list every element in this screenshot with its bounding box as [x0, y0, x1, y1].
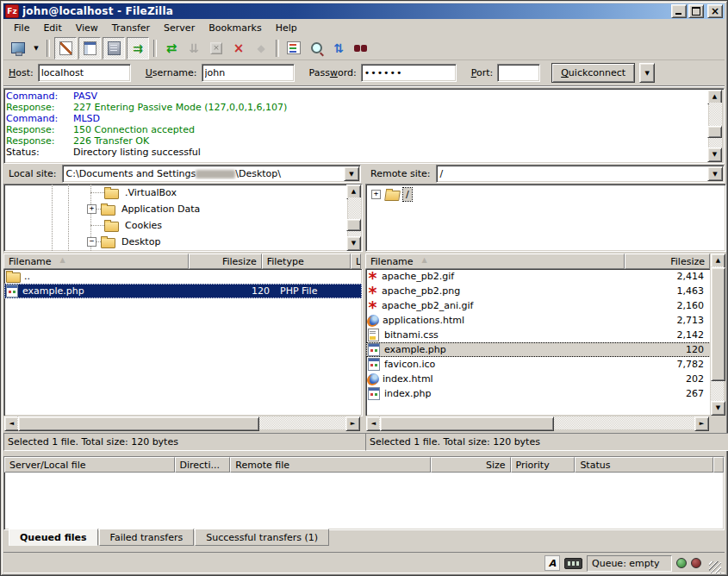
- abort-button[interactable]: ◆: [251, 38, 271, 59]
- transfer-type-ascii-icon[interactable]: A: [544, 555, 560, 571]
- log-line: Response:150 Connection accepted: [6, 124, 706, 135]
- window-title: john@localhost - FileZilla: [22, 5, 669, 17]
- sync-arrows-icon: ⇅: [333, 41, 344, 55]
- toggle-message-log-button[interactable]: [54, 37, 77, 59]
- menu-view[interactable]: View: [69, 21, 105, 36]
- local-site-combobox[interactable]: C:\Documents and Settings\Desktop\ ▼: [62, 165, 361, 183]
- toggle-remote-tree-button[interactable]: [103, 37, 125, 59]
- tree-expander-plus[interactable]: +: [371, 190, 381, 199]
- process-queue-button[interactable]: ⇊: [184, 38, 204, 59]
- menu-server[interactable]: Server: [157, 21, 202, 36]
- quickconnect-dropdown[interactable]: ▼: [639, 63, 655, 83]
- file-row[interactable]: applications.html 2,713: [366, 313, 711, 328]
- directory-filters-button[interactable]: [283, 38, 304, 59]
- file-row[interactable]: apache_pb2_ani.gif 2,160: [366, 298, 711, 313]
- local-path: C:\Documents and Settings\Desktop\: [63, 168, 344, 179]
- tab-queued-files[interactable]: Queued files: [9, 529, 98, 546]
- menu-transfer[interactable]: Transfer: [105, 21, 157, 36]
- tab-successful-transfers[interactable]: Successful transfers (1): [195, 529, 329, 546]
- column-header-status[interactable]: Status: [575, 457, 713, 473]
- site-manager-button[interactable]: [8, 38, 28, 59]
- toggle-local-tree-button[interactable]: [78, 37, 101, 59]
- remote-site-combobox[interactable]: / ▼: [436, 165, 725, 183]
- folder-icon: [104, 222, 119, 232]
- binoculars-icon: [354, 44, 368, 53]
- column-header-filler: [713, 457, 724, 473]
- disconnect-button[interactable]: ×: [228, 38, 249, 59]
- toggle-queue-button[interactable]: ⇉: [127, 37, 149, 59]
- tree-item-application-data[interactable]: + Application Data: [4, 201, 362, 217]
- scroll-down-button[interactable]: ▼: [707, 147, 722, 162]
- menu-edit[interactable]: Edit: [36, 21, 68, 36]
- password-input[interactable]: [361, 64, 457, 82]
- column-header-server-local-file[interactable]: Server/Local file: [4, 457, 175, 473]
- menu-bookmarks[interactable]: Bookmarks: [202, 21, 268, 36]
- resize-grip[interactable]: [709, 561, 721, 573]
- close-button[interactable]: ×: [707, 4, 723, 18]
- scroll-right-button[interactable]: ►: [694, 416, 709, 431]
- column-header-remote-file[interactable]: Remote file: [230, 457, 430, 473]
- tree-item-root[interactable]: + /: [366, 186, 725, 203]
- directory-comparison-button[interactable]: [306, 38, 327, 59]
- file-row-parent[interactable]: ..: [4, 269, 362, 284]
- message-log: Command:PASV Response:227 Entering Passi…: [3, 88, 725, 164]
- port-input[interactable]: [497, 64, 540, 82]
- file-row[interactable]: index.php 267: [366, 386, 711, 401]
- cancel-operation-button[interactable]: ×: [206, 38, 227, 59]
- menu-help[interactable]: Help: [269, 21, 304, 36]
- scroll-thumb[interactable]: [707, 126, 722, 138]
- column-header-filetype[interactable]: Filetype: [262, 254, 351, 269]
- file-row[interactable]: apache_pb2.gif 2,414: [366, 269, 711, 284]
- tree-expander-plus[interactable]: +: [87, 204, 96, 214]
- column-header-filesize[interactable]: Filesize: [625, 254, 710, 269]
- log-line: Status:Directory listing successful: [6, 147, 706, 158]
- file-icon: [368, 329, 379, 341]
- scroll-track[interactable]: [348, 197, 361, 238]
- menu-file[interactable]: File: [7, 21, 36, 36]
- tree-item-virtualbox[interactable]: .VirtualBox: [4, 185, 362, 201]
- scroll-down-button[interactable]: ▼: [346, 236, 361, 251]
- column-header-size[interactable]: Size: [431, 457, 511, 473]
- file-row-selected[interactable]: example.php 120: [366, 342, 711, 357]
- column-header-direction[interactable]: Directi...: [175, 457, 231, 473]
- speed-limit-icon[interactable]: [564, 558, 582, 569]
- scroll-thumb[interactable]: [711, 267, 725, 381]
- column-header-priority[interactable]: Priority: [511, 457, 576, 473]
- local-list-header: Filename▲ Filesize Filetype L: [3, 254, 361, 269]
- column-header-lastmodified[interactable]: L: [351, 254, 361, 269]
- title-bar[interactable]: Fz john@localhost - FileZilla ×: [3, 3, 725, 19]
- synchronized-browsing-button[interactable]: ⇅: [328, 38, 349, 59]
- scroll-thumb[interactable]: [380, 416, 554, 431]
- username-input[interactable]: [202, 64, 295, 82]
- quickconnect-button[interactable]: Quickconnect: [551, 63, 635, 83]
- find-files-button[interactable]: [351, 38, 371, 59]
- site-manager-dropdown[interactable]: ▼: [30, 38, 42, 59]
- tree-item-cookies[interactable]: Cookies: [4, 217, 362, 234]
- password-label: Password:: [309, 67, 357, 78]
- chevron-down-icon[interactable]: ▼: [344, 166, 359, 181]
- file-row[interactable]: bitnami.css 2,142: [366, 328, 711, 342]
- host-input[interactable]: [38, 64, 131, 82]
- scroll-right-button[interactable]: ►: [345, 416, 360, 431]
- tree-expander-minus[interactable]: −: [87, 237, 96, 247]
- scroll-down-button[interactable]: ▼: [711, 401, 725, 416]
- tab-failed-transfers[interactable]: Failed transfers: [99, 529, 195, 546]
- refresh-button[interactable]: ⇄: [161, 38, 182, 59]
- disconnect-icon: ×: [233, 41, 245, 56]
- file-row[interactable]: index.html 202: [366, 372, 711, 386]
- file-row[interactable]: favicon.ico 7,782: [366, 357, 711, 372]
- chevron-down-icon[interactable]: ▼: [707, 166, 723, 181]
- scroll-thumb[interactable]: [18, 416, 259, 431]
- column-header-filename[interactable]: Filename▲: [3, 254, 189, 269]
- sort-asc-icon: ▲: [60, 256, 65, 264]
- tree-item-desktop[interactable]: − Desktop: [4, 234, 362, 250]
- minimize-button[interactable]: [671, 4, 687, 18]
- queue-size-panel: Queue: empty: [587, 555, 672, 572]
- file-row-example-php[interactable]: example.php 120 PHP File 1: [4, 284, 362, 298]
- file-row[interactable]: apache_pb2.png 1,463: [366, 284, 711, 298]
- scroll-thumb[interactable]: [346, 219, 361, 231]
- app-icon[interactable]: Fz: [5, 4, 19, 18]
- maximize-button[interactable]: [688, 4, 704, 18]
- column-header-filename[interactable]: Filename▲: [365, 254, 625, 269]
- column-header-filesize[interactable]: Filesize: [189, 254, 262, 269]
